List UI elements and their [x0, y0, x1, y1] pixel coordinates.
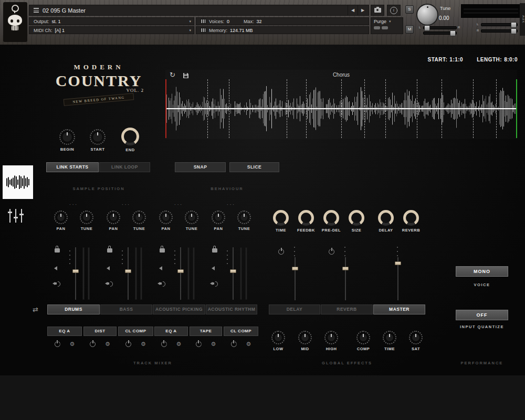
slice-marker[interactable] — [442, 79, 442, 138]
slice-marker[interactable] — [306, 79, 307, 138]
channel-fader[interactable] — [233, 247, 234, 300]
insert-cl-comp-1[interactable]: CL COMP — [118, 327, 153, 336]
slice-marker[interactable] — [341, 79, 342, 138]
pan-knob[interactable] — [159, 211, 173, 224]
slice-button[interactable]: SLICE — [229, 162, 279, 172]
tune-knob[interactable] — [80, 211, 93, 224]
tab-acoustic-picking[interactable]: ACOUSTIC PICKING — [153, 304, 205, 314]
instrument-menu-icon[interactable] — [34, 8, 39, 13]
channel-options-dots[interactable]: ··· — [47, 201, 100, 207]
gear-icon[interactable]: ⚙ — [246, 341, 251, 347]
tab-acoustic-rhythm[interactable]: ACOUSTIC RHYTHM — [206, 304, 257, 314]
mute-speaker-icon[interactable] — [159, 266, 162, 270]
delay-send-knob[interactable] — [378, 210, 394, 226]
pan-slider[interactable] — [423, 26, 457, 29]
power-icon[interactable] — [125, 341, 131, 347]
midi-channel-select[interactable]: MIDI Ch: [A] 1 ▾ — [29, 26, 194, 34]
delay-feedback-knob[interactable] — [298, 210, 314, 226]
power-icon[interactable] — [196, 341, 202, 347]
output-select[interactable]: Output: st. 1 ▾ — [29, 17, 194, 25]
tab-bass[interactable]: BASS — [100, 304, 152, 314]
lock-icon[interactable] — [55, 248, 60, 253]
link-starts-button[interactable]: LINK STARTS — [46, 162, 99, 172]
mono-button[interactable]: MONO — [456, 266, 508, 277]
volume-speaker-icon[interactable] — [52, 281, 61, 286]
tab-delay[interactable]: DELAY — [269, 304, 320, 314]
volume-speaker-icon[interactable] — [210, 281, 218, 286]
tune-knob[interactable] — [132, 211, 146, 224]
end-knob[interactable] — [121, 128, 139, 145]
slice-marker[interactable] — [229, 79, 229, 138]
master-level-fader[interactable] — [397, 257, 398, 300]
channel-fader[interactable] — [180, 247, 181, 300]
power-icon[interactable] — [161, 341, 167, 347]
volume-slider[interactable] — [423, 32, 457, 35]
gear-icon[interactable]: ⚙ — [70, 341, 75, 347]
pan-knob[interactable] — [107, 211, 120, 224]
mute-speaker-icon[interactable] — [107, 266, 110, 270]
delay-power-button[interactable] — [278, 247, 284, 257]
reverb-predelay-knob[interactable] — [323, 210, 339, 226]
tune-knob[interactable] — [237, 211, 251, 224]
insert-eq-a-2[interactable]: EQ A — [154, 327, 188, 336]
mute-speaker-icon[interactable] — [212, 266, 215, 270]
reverb-send-knob[interactable] — [403, 210, 419, 226]
input-quantize-off-button[interactable]: OFF — [456, 310, 508, 320]
snapshot-button[interactable] — [371, 5, 384, 16]
volume-speaker-icon[interactable] — [158, 281, 166, 286]
slice-marker[interactable] — [385, 79, 386, 138]
power-icon[interactable] — [55, 341, 60, 347]
reverb-power-button[interactable] — [329, 247, 334, 257]
mixer-page-icon[interactable] — [9, 209, 27, 224]
link-loop-button[interactable]: LINK LOOP — [99, 162, 150, 172]
next-instrument-button[interactable]: ▶ — [358, 5, 368, 15]
channel-options-dots[interactable]: ··· — [205, 201, 257, 207]
start-knob[interactable] — [90, 129, 106, 145]
slice-marker[interactable] — [417, 79, 417, 138]
channel-fader[interactable] — [128, 247, 129, 300]
gear-icon[interactable]: ⚙ — [141, 341, 146, 347]
tab-reverb[interactable]: REVERB — [321, 304, 373, 314]
wave-edit-page-thumbnail[interactable] — [3, 165, 33, 199]
time-knob[interactable] — [383, 331, 396, 344]
delay-level-fader[interactable] — [295, 257, 296, 300]
gear-icon[interactable]: ⚙ — [105, 341, 110, 347]
info-button[interactable] — [387, 5, 401, 16]
reverb-size-knob[interactable] — [349, 210, 364, 226]
channel-fader[interactable] — [75, 247, 76, 300]
sample-end-marker[interactable] — [516, 79, 517, 138]
aux-tab[interactable]: AUX — [520, 3, 525, 36]
channel-options-dots[interactable]: ··· — [100, 201, 152, 207]
tune-knob[interactable] — [185, 211, 198, 224]
power-icon[interactable] — [231, 341, 237, 347]
gear-icon[interactable]: ⚙ — [176, 341, 182, 347]
saturation-knob[interactable] — [409, 331, 423, 344]
output-slider-right[interactable] — [481, 29, 518, 33]
sample-start-marker[interactable] — [165, 79, 166, 138]
lock-icon[interactable] — [107, 248, 112, 253]
eq-low-knob[interactable] — [271, 331, 285, 344]
slice-marker[interactable] — [287, 79, 287, 138]
pan-knob[interactable] — [54, 211, 68, 224]
tab-drums[interactable]: DRUMS — [47, 304, 100, 314]
prev-instrument-button[interactable]: ◀ — [348, 5, 358, 15]
mute-speaker-icon[interactable] — [54, 266, 57, 270]
waveform-display[interactable] — [165, 79, 517, 138]
eq-high-knob[interactable] — [324, 331, 338, 344]
lock-icon[interactable] — [160, 248, 165, 253]
tab-master[interactable]: MASTER — [373, 304, 425, 314]
output-slider-left[interactable] — [481, 23, 518, 26]
channel-options-dots[interactable]: ··· — [152, 201, 205, 207]
slice-marker[interactable] — [364, 79, 365, 138]
eq-mid-knob[interactable] — [298, 331, 312, 344]
gear-icon[interactable]: ⚙ — [211, 341, 216, 347]
solo-button[interactable]: S — [405, 5, 414, 14]
mute-button[interactable]: M — [405, 25, 414, 34]
slice-marker[interactable] — [473, 79, 474, 138]
reverb-level-fader[interactable] — [345, 257, 346, 300]
pan-knob[interactable] — [212, 211, 225, 224]
begin-knob[interactable] — [59, 129, 75, 145]
slice-marker[interactable] — [496, 79, 497, 138]
tune-value[interactable]: 0.00 — [439, 15, 449, 21]
snap-button[interactable]: SNAP — [175, 162, 226, 172]
